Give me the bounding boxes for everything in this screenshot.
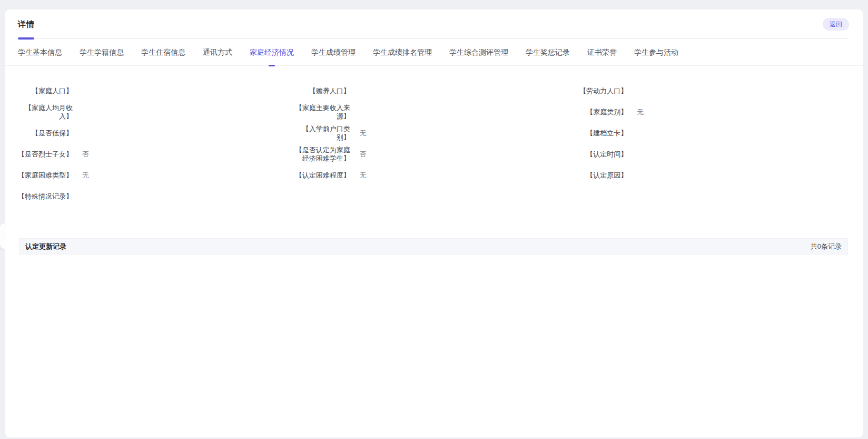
sidebar-collapse-handle[interactable] [0,223,5,249]
field-label: 【入学前户口类 别】 [295,125,350,142]
field-label: 【家庭主要收入来 源】 [295,104,350,121]
field-value: 否 [360,150,367,159]
form-field: 【认定原因】 [573,165,850,186]
field-label: 【建档立卡】 [573,129,627,138]
tab-item-10[interactable]: 学生参与活动 [634,48,678,65]
field-label: 【认定原因】 [573,171,627,180]
form-field: 【入学前户口类 别】无 [295,123,573,144]
empty-cell [573,186,850,207]
tab-item-3[interactable]: 通讯方式 [203,48,232,65]
form-row-3: 【是否烈士子女】否【是否认定为家庭 经济困难学生】否【认定时间】 [18,144,850,165]
form-row-5: 【特殊情况记录】 [18,186,850,207]
form-field: 【特殊情况记录】 [18,186,295,207]
tab-bar: 学生基本信息学生学籍信息学生住宿信息通讯方式家庭经济情况学生成绩管理学生成绩排名… [5,39,863,66]
form-field: 【建档立卡】 [573,123,850,144]
field-label: 【家庭困难类型】 [18,171,73,180]
form-field: 【是否烈士子女】否 [18,144,295,165]
card-header: 详情 返回 [5,9,863,39]
form-field: 【是否低保】 [18,123,295,144]
field-label: 【家庭人口】 [18,87,73,95]
tab-item-9[interactable]: 证书荣誉 [587,48,617,65]
records-bar: 认定更新记录 共0条记录 [19,238,848,255]
records-section-title: 认定更新记录 [25,242,66,251]
tab-item-0[interactable]: 学生基本信息 [18,48,62,65]
field-label: 【是否认定为家庭 经济困难学生】 [295,146,350,163]
family-economic-form: 【家庭人口】【赡养人口】【劳动力人口】【家庭人均月收 入】【家庭主要收入来 源】… [5,66,863,207]
field-value: 无 [637,108,644,117]
field-label: 【是否烈士子女】 [18,150,73,159]
form-field: 【家庭主要收入来 源】 [295,102,573,123]
detail-card: 详情 返回 学生基本信息学生学籍信息学生住宿信息通讯方式家庭经济情况学生成绩管理… [5,9,863,437]
field-value: 否 [82,150,89,159]
form-field: 【家庭类别】无 [573,102,850,123]
tab-item-6[interactable]: 学生成绩排名管理 [373,48,432,65]
field-label: 【是否低保】 [18,129,73,138]
back-button[interactable]: 返回 [823,18,849,31]
field-label: 【家庭人均月收 入】 [18,104,73,121]
field-label: 【认定困难程度】 [295,171,350,180]
tab-item-7[interactable]: 学生综合测评管理 [449,48,508,65]
form-field: 【认定时间】 [573,144,850,165]
tab-item-1[interactable]: 学生学籍信息 [80,48,124,65]
field-value: 无 [82,171,89,180]
field-value: 无 [360,171,367,180]
field-label: 【家庭类别】 [573,108,627,116]
field-label: 【赡养人口】 [295,87,350,95]
form-field: 【家庭困难类型】无 [18,165,295,186]
title-row: 详情 返回 [18,18,849,31]
empty-cell [295,186,573,207]
field-value: 无 [360,129,367,138]
form-field: 【是否认定为家庭 经济困难学生】否 [295,144,573,165]
active-tab-indicator [269,65,275,66]
form-row-4: 【家庭困难类型】无【认定困难程度】无【认定原因】 [18,165,850,186]
records-count: 共0条记录 [811,242,842,251]
form-row-0: 【家庭人口】【赡养人口】【劳动力人口】 [18,81,850,102]
tab-item-5[interactable]: 学生成绩管理 [311,48,356,65]
field-label: 【劳动力人口】 [573,87,627,95]
form-field: 【劳动力人口】 [573,81,850,102]
field-label: 【认定时间】 [573,150,627,159]
form-row-2: 【是否低保】【入学前户口类 别】无【建档立卡】 [18,123,850,144]
tab-item-8[interactable]: 学生奖惩记录 [526,48,570,65]
tab-item-2[interactable]: 学生住宿信息 [141,48,185,65]
form-field: 【赡养人口】 [295,81,573,102]
page-title: 详情 [18,19,35,30]
title-active-indicator [18,37,34,40]
form-field: 【家庭人口】 [18,81,295,102]
tab-item-4[interactable]: 家庭经济情况 [250,48,294,65]
form-row-1: 【家庭人均月收 入】【家庭主要收入来 源】【家庭类别】无 [18,102,850,123]
title-divider [18,38,849,39]
form-field: 【认定困难程度】无 [295,165,573,186]
form-field: 【家庭人均月收 入】 [18,102,295,123]
field-label: 【特殊情况记录】 [18,192,73,201]
